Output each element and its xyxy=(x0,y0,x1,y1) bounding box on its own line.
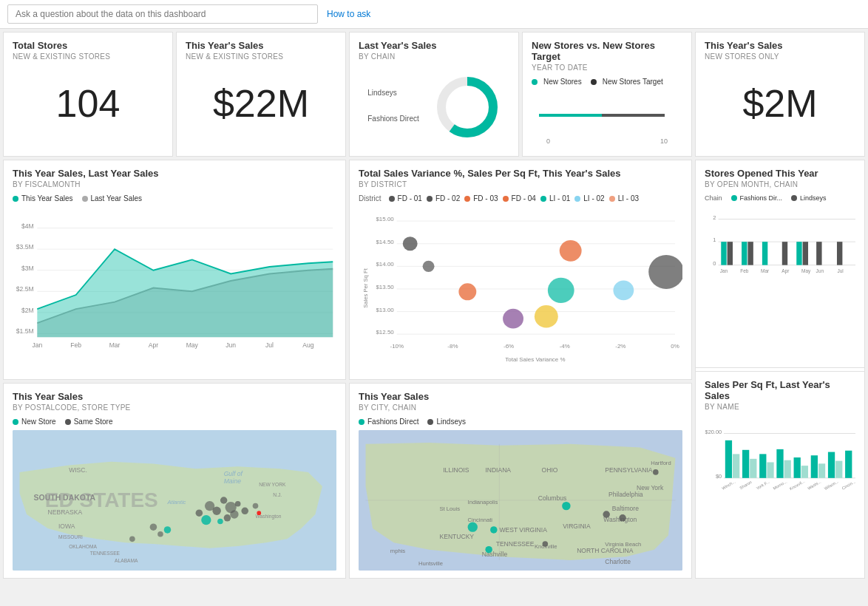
total-sales-variance-subtitle: BY DISTRICT xyxy=(359,180,682,188)
fashions-direct-label: Fashions Direct xyxy=(367,418,418,426)
new-store-label: New Store xyxy=(21,418,56,426)
same-store-label: Same Store xyxy=(74,418,113,426)
svg-point-121 xyxy=(485,546,492,554)
svg-text:Sharon: Sharon xyxy=(739,480,752,490)
svg-text:Mar: Mar xyxy=(109,341,121,349)
svg-text:Huntsville: Huntsville xyxy=(418,560,443,567)
map1-us-label: ED STATES xyxy=(45,488,158,512)
legend-target-dot xyxy=(591,79,597,85)
dashboard: Total Stores NEW & EXISTING STORES 104 T… xyxy=(0,29,868,582)
svg-rect-158 xyxy=(776,449,783,477)
legend-target-label: New Stores Target xyxy=(603,78,663,86)
svg-text:Jan: Jan xyxy=(720,268,728,273)
bullet-axis: 0 10 xyxy=(546,137,668,145)
svg-text:Maine: Maine xyxy=(224,477,242,485)
svg-point-83 xyxy=(157,531,163,537)
svg-text:May: May xyxy=(801,268,811,274)
this-year-sales-title: This Year's Sales xyxy=(186,40,336,51)
svg-rect-156 xyxy=(759,454,766,477)
search-input[interactable] xyxy=(7,4,318,24)
svg-text:Columbus: Columbus xyxy=(538,494,566,502)
svg-point-73 xyxy=(235,501,241,507)
total-sales-variance-title: Total Sales Variance %, Sales Per Sq Ft,… xyxy=(359,168,682,179)
sales-per-sqft-subtitle: BY NAME xyxy=(705,403,855,411)
svg-text:$20.00: $20.00 xyxy=(705,428,722,435)
svg-text:Charlotte: Charlotte xyxy=(605,558,631,565)
li02-dot xyxy=(574,196,580,202)
svg-text:$1.5M: $1.5M xyxy=(16,327,34,335)
legend-fd01: FD - 01 xyxy=(389,194,422,202)
stores-opened-title: Stores Opened This Year xyxy=(705,168,855,179)
svg-point-119 xyxy=(490,526,498,534)
svg-rect-155 xyxy=(750,458,756,477)
donut-chart-container: Lindseys Fashions Direct xyxy=(359,67,509,148)
svg-text:NEW YORK: NEW YORK xyxy=(259,482,286,487)
fashions-opened-label: Fashions Dir... xyxy=(740,194,783,202)
svg-text:NORTH CAROLINA: NORTH CAROLINA xyxy=(577,547,634,554)
legend-this-year-dot xyxy=(13,196,18,202)
this-year-sales-map2-card: This Year Sales BY CITY, CHAIN Fashions … xyxy=(349,383,692,579)
legend-target: New Stores Target xyxy=(591,78,663,86)
svg-rect-134 xyxy=(747,242,753,265)
svg-text:IOWA: IOWA xyxy=(58,522,75,530)
svg-point-85 xyxy=(129,537,135,542)
svg-text:Knoxvil...: Knoxvil... xyxy=(789,478,806,491)
this-year-sales-new-value: $2M xyxy=(705,67,855,133)
svg-text:Total Sales Variance %: Total Sales Variance % xyxy=(505,356,565,363)
svg-point-78 xyxy=(241,508,248,515)
svg-rect-159 xyxy=(784,460,791,477)
stores-opened-card: Stores Opened This Year BY OPEN MONTH, C… xyxy=(695,160,865,368)
svg-point-120 xyxy=(543,541,549,547)
svg-point-79 xyxy=(196,509,203,517)
svg-text:Mar: Mar xyxy=(761,268,770,273)
how-to-ask-link[interactable]: How to ask xyxy=(327,9,370,19)
svg-text:-6%: -6% xyxy=(503,343,514,350)
svg-text:Baltimore: Baltimore xyxy=(612,505,639,512)
last-year-sales-subtitle: BY CHAIN xyxy=(359,52,509,61)
bullet-chart-svg xyxy=(539,103,675,132)
svg-text:Jul: Jul xyxy=(837,268,843,273)
svg-text:TENNESSEE: TENNESSEE xyxy=(90,551,121,556)
legend-last-year: Last Year Sales xyxy=(82,194,143,202)
svg-text:Wilson...: Wilson... xyxy=(824,479,840,491)
axis-min: 0 xyxy=(546,137,550,145)
map2-subtitle: BY CITY, CHAIN xyxy=(359,404,682,412)
svg-point-55 xyxy=(648,255,682,289)
svg-point-84 xyxy=(164,526,172,534)
svg-text:York F...: York F... xyxy=(756,479,771,490)
svg-text:MISSOURI: MISSOURI xyxy=(58,534,83,539)
fashions-opened-dot xyxy=(731,195,737,201)
svg-text:$4M: $4M xyxy=(21,222,34,230)
svg-text:New York: New York xyxy=(637,484,664,491)
svg-text:-2%: -2% xyxy=(615,343,625,350)
map1-legend: New Store Same Store xyxy=(13,418,336,426)
area-chart-legend: This Year Sales Last Year Sales xyxy=(13,194,336,202)
map2-placeholder: ILLINOIS INDIANA OHIO PENNSYLVANIA New Y… xyxy=(359,430,682,571)
svg-text:Sales Per Sq Ft: Sales Per Sq Ft xyxy=(362,268,369,307)
this-year-last-year-subtitle: BY FISCALMONTH xyxy=(13,180,336,188)
legend-fashions-opened: Fashions Dir... xyxy=(731,194,783,202)
svg-text:N.J.: N.J. xyxy=(273,492,282,497)
sales-per-sqft-card: Sales Per Sq Ft, Last Year's Sales BY NA… xyxy=(695,371,865,579)
svg-text:Gulf of: Gulf of xyxy=(224,470,244,477)
svg-text:Cincinnati: Cincinnati xyxy=(468,517,493,523)
this-year-sales-value: $22M xyxy=(186,67,336,133)
svg-text:PENNSYLVANIA: PENNSYLVANIA xyxy=(605,466,653,474)
svg-text:$12.50: $12.50 xyxy=(376,329,394,336)
svg-text:Philadelphia: Philadelphia xyxy=(608,491,643,498)
lindseys-opened-label: Lindseys xyxy=(800,194,827,202)
stores-opened-subtitle: BY OPEN MONTH, CHAIN xyxy=(705,180,855,188)
new-stores-target-subtitle: YEAR TO DATE xyxy=(532,64,682,72)
bullet-legend: New Stores New Stores Target xyxy=(532,78,682,86)
svg-rect-157 xyxy=(767,462,773,477)
legend-new-stores-dot xyxy=(532,79,538,85)
total-stores-title: Total Stores xyxy=(13,40,163,51)
svg-text:ALABAMA: ALABAMA xyxy=(115,558,138,563)
stores-opened-svg: 2 1 0 xyxy=(705,206,855,280)
svg-point-76 xyxy=(217,519,223,525)
svg-rect-152 xyxy=(725,440,732,477)
svg-text:mphis: mphis xyxy=(390,548,405,554)
svg-text:Feb: Feb xyxy=(740,268,749,273)
svg-point-77 xyxy=(230,510,238,518)
svg-point-82 xyxy=(150,523,157,531)
